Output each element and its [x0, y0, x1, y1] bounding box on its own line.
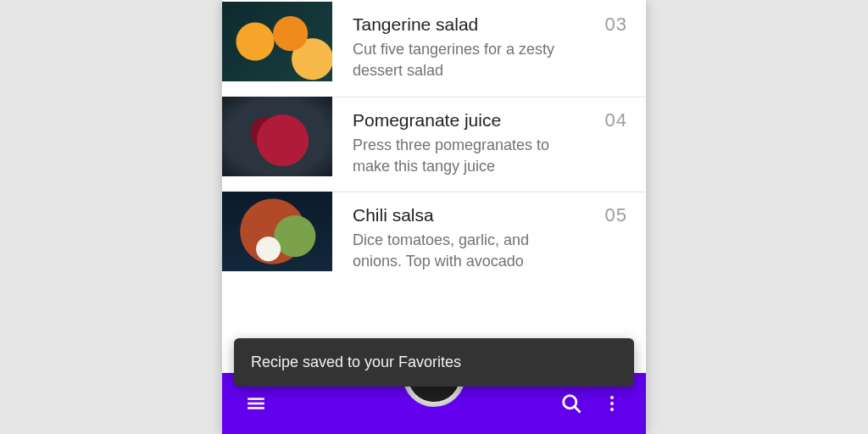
- list-item-body: Tangerine salad Cut five tangerines for …: [332, 2, 646, 97]
- recipe-number: 05: [605, 204, 627, 287]
- list-item-body: Pomegranate juice Press three pomegranat…: [332, 97, 646, 192]
- search-icon: [559, 392, 583, 415]
- list-item[interactable]: Tangerine salad Cut five tangerines for …: [222, 2, 646, 97]
- svg-point-3: [564, 396, 576, 409]
- list-item[interactable]: Chili salsa Dice tomatoes, garlic, and o…: [222, 192, 646, 287]
- recipe-subtitle: Dice tomatoes, garlic, and onions. Top w…: [353, 230, 573, 272]
- recipe-thumbnail: [222, 2, 332, 81]
- more-button[interactable]: [595, 387, 629, 420]
- recipe-subtitle: Cut five tangerines for a zesty dessert …: [353, 39, 573, 81]
- recipe-title: Tangerine salad: [353, 14, 597, 36]
- recipe-title: Pomegranate juice: [353, 109, 597, 131]
- recipe-number: 04: [605, 109, 627, 192]
- svg-point-7: [610, 408, 614, 411]
- search-button[interactable]: [554, 387, 588, 420]
- recipe-title: Chili salsa: [353, 204, 597, 226]
- more-vert-icon: [602, 393, 622, 414]
- snackbar[interactable]: Recipe saved to your Favorites: [234, 338, 634, 387]
- recipe-thumbnail: [222, 192, 332, 271]
- svg-point-6: [610, 402, 614, 405]
- recipe-subtitle: Press three pomegranates to make this ta…: [353, 135, 573, 177]
- app-frame: Tangerine salad Cut five tangerines for …: [222, 0, 646, 434]
- menu-button[interactable]: [239, 387, 273, 420]
- svg-line-4: [575, 407, 580, 412]
- menu-icon: [245, 392, 267, 415]
- recipe-thumbnail: [222, 97, 332, 176]
- list-item-body: Chili salsa Dice tomatoes, garlic, and o…: [332, 192, 646, 287]
- svg-point-5: [610, 396, 614, 399]
- list-item[interactable]: Pomegranate juice Press three pomegranat…: [222, 97, 646, 192]
- recipe-list: Tangerine salad Cut five tangerines for …: [222, 0, 646, 287]
- snackbar-message: Recipe saved to your Favorites: [251, 353, 461, 370]
- recipe-number: 03: [605, 14, 627, 97]
